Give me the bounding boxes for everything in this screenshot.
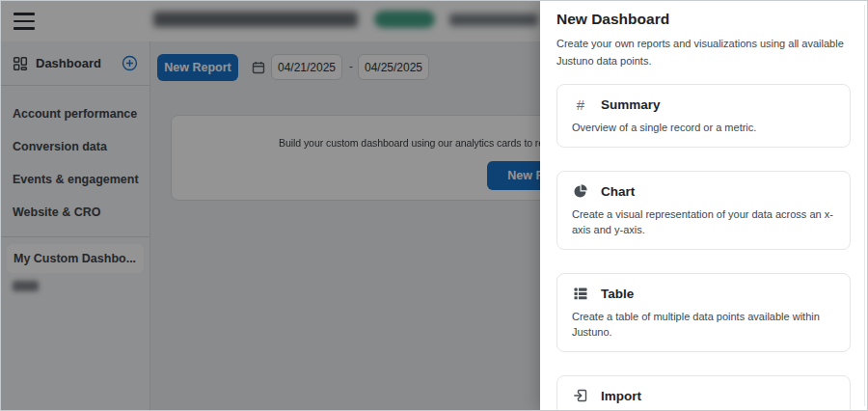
drawer-card-title: Import [601, 389, 641, 403]
drawer-card-summary[interactable]: # Summary Overview of a single record or… [556, 84, 851, 148]
pie-chart-icon [572, 183, 589, 199]
drawer-backdrop[interactable] [1, 1, 540, 411]
drawer-description: Create your own reports and visualizatio… [556, 35, 851, 69]
drawer-card-description: Create a table of multiple data points a… [572, 309, 835, 341]
drawer-card-title: Chart [601, 184, 635, 199]
drawer-card-title: Summary [601, 97, 661, 112]
drawer-card-description: Create a visual representation of your d… [572, 206, 835, 238]
import-icon [572, 388, 589, 403]
drawer-card-import[interactable]: Import Import a report used in another J… [556, 375, 851, 411]
drawer-card-description: Overview of a single record or a metric. [572, 120, 835, 136]
drawer-card-title: Table [601, 287, 634, 301]
table-icon [572, 286, 589, 301]
drawer-title: New Dashboard [556, 11, 851, 28]
drawer-card-chart[interactable]: Chart Create a visual representation of … [556, 171, 851, 250]
hash-icon: # [572, 96, 589, 113]
app-window: Dashboard Account performance Conversion… [0, 0, 868, 411]
drawer-card-table[interactable]: Table Create a table of multiple data po… [556, 273, 851, 352]
new-dashboard-drawer: New Dashboard Create your own reports an… [540, 1, 867, 410]
